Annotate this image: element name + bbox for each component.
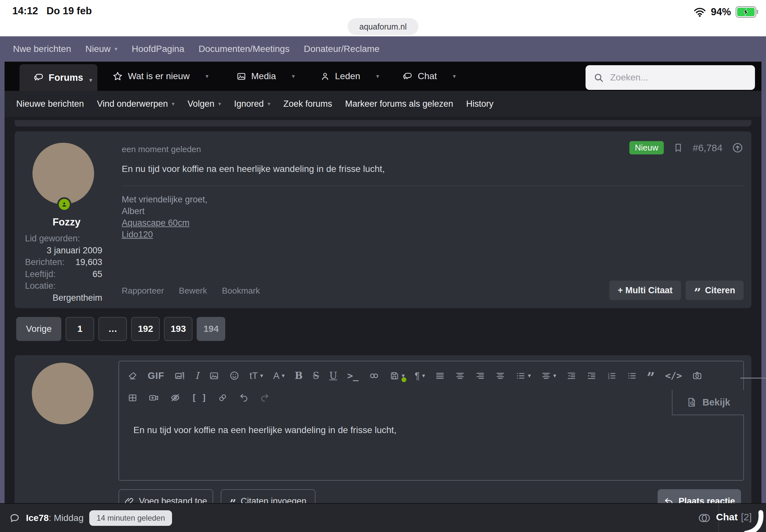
- remove-format-icon[interactable]: [128, 371, 138, 381]
- subnav-history[interactable]: History: [466, 99, 493, 109]
- tab-chat[interactable]: Chat ▾: [403, 62, 456, 91]
- italic-icon[interactable]: I: [195, 371, 199, 381]
- spoiler-icon[interactable]: [170, 392, 181, 403]
- signature-link-lido[interactable]: Lido120: [122, 230, 153, 239]
- align-justify-icon[interactable]: [435, 371, 445, 381]
- nav-donateur-reclame[interactable]: Donateur/Reclame: [304, 44, 379, 54]
- chevron-down-icon[interactable]: ▾: [376, 73, 379, 80]
- subnav-zoek-forums[interactable]: Zoek forums: [283, 99, 332, 109]
- gif-icon[interactable]: GIF: [148, 371, 164, 381]
- ordered-list-icon[interactable]: [607, 371, 617, 381]
- tab-forums[interactable]: Forums ▾: [19, 64, 97, 91]
- table-icon[interactable]: [128, 393, 138, 403]
- editor-toolbar-row-1: GIF I tT▾ A▾ B S U >_ ▾ ¶▾: [119, 365, 743, 386]
- save-draft-dropdown[interactable]: ▾: [390, 371, 405, 381]
- subnav-ignored[interactable]: Ignored▾: [234, 99, 270, 109]
- camera-icon[interactable]: [692, 370, 702, 381]
- align-right-icon[interactable]: [475, 371, 485, 381]
- pagination: Vorige 1 … 192 193 194: [16, 317, 225, 341]
- quote-block-icon[interactable]: ”: [647, 375, 655, 381]
- unlink-icon[interactable]: [215, 390, 230, 405]
- align-left-icon[interactable]: [495, 371, 505, 381]
- insert-video-icon[interactable]: [148, 393, 159, 403]
- tab-whats-new[interactable]: Wat is er nieuw ▾: [112, 62, 208, 91]
- text-size-dropdown[interactable]: tT▾: [249, 371, 263, 381]
- chat-toggle-icon[interactable]: [697, 511, 711, 525]
- undo-icon[interactable]: [238, 393, 249, 403]
- chevron-down-icon[interactable]: ▾: [292, 73, 295, 80]
- subnav-volgen[interactable]: Volgen▾: [188, 99, 221, 109]
- redo-icon[interactable]: [260, 393, 270, 403]
- post-timestamp[interactable]: een moment geleden: [122, 144, 201, 154]
- post-card: Fozzy Lid geworden: 3 januari 2009 Beric…: [15, 131, 751, 308]
- media-gallery-icon[interactable]: [174, 370, 185, 381]
- link-icon[interactable]: [369, 370, 379, 381]
- page-192-button[interactable]: 192: [131, 317, 160, 341]
- code-block-icon[interactable]: </>: [665, 371, 682, 381]
- outdent-icon[interactable]: [566, 371, 577, 381]
- quote-button[interactable]: ”Citeren: [686, 281, 744, 300]
- page-193-button[interactable]: 193: [164, 317, 192, 341]
- latest-chat-message[interactable]: Ice78: Middag 14 minuten geleden: [9, 510, 172, 526]
- signature-link-aquascape[interactable]: Aquascape 60cm: [122, 218, 189, 228]
- chevron-down-icon: ▾: [218, 101, 221, 107]
- nav-nwe-berichten[interactable]: Nwe berichten: [13, 44, 71, 54]
- subnav-markeer-gelezen[interactable]: Markeer forums als gelezen: [345, 99, 453, 109]
- list-dropdown[interactable]: ▾: [516, 371, 531, 381]
- signature-divider: [122, 186, 744, 186]
- smiley-icon[interactable]: [229, 370, 239, 381]
- edit-link[interactable]: Bewerk: [179, 286, 207, 296]
- chevron-down-icon: ▾: [528, 372, 531, 379]
- preview-button[interactable]: Bekijk: [672, 390, 744, 415]
- share-icon[interactable]: [732, 142, 744, 154]
- battery-icon: [736, 6, 756, 18]
- editor-resize-handle[interactable]: [740, 378, 766, 379]
- page-1-button[interactable]: 1: [66, 317, 94, 341]
- status-bar: 14:12 Do 19 feb aquaforum.nl 94%: [0, 0, 766, 36]
- page-prev-button[interactable]: Vorige: [16, 317, 61, 341]
- tab-members[interactable]: Leden ▾: [320, 62, 379, 91]
- chat-username: Ice78: [26, 513, 49, 523]
- bbcode-brackets-icon[interactable]: [ ]: [191, 393, 207, 403]
- post-number[interactable]: #6,784: [693, 142, 723, 153]
- chevron-down-icon[interactable]: ▾: [453, 73, 456, 80]
- charging-bolt-icon: [742, 6, 750, 18]
- multi-quote-button[interactable]: + Multi Citaat: [609, 281, 681, 300]
- subnav-vind-onderwerpen[interactable]: Vind onderwerpen▾: [97, 99, 175, 109]
- post-author-name[interactable]: Fozzy: [15, 216, 118, 228]
- avatar: [32, 363, 93, 424]
- report-link[interactable]: Rapporteer: [122, 286, 164, 296]
- paragraph-format-dropdown[interactable]: ¶▾: [415, 371, 425, 381]
- rich-text-editor[interactable]: GIF I tT▾ A▾ B S U >_ ▾ ¶▾: [118, 361, 744, 481]
- insert-image-icon[interactable]: [209, 371, 219, 381]
- unordered-list-icon[interactable]: [627, 371, 637, 381]
- indent-icon[interactable]: [587, 371, 597, 381]
- nav-nieuw[interactable]: Nieuw▾: [85, 44, 117, 54]
- url-pill[interactable]: aquaforum.nl: [347, 18, 419, 35]
- avatar[interactable]: [32, 143, 94, 204]
- strikethrough-icon[interactable]: S: [313, 371, 319, 381]
- inline-code-icon[interactable]: >_: [347, 371, 359, 381]
- font-color-dropdown[interactable]: A▾: [273, 371, 285, 381]
- search-input[interactable]: [610, 72, 747, 83]
- page-194-current[interactable]: 194: [197, 317, 225, 341]
- joined-label: Lid geworden:: [25, 233, 102, 245]
- subnav-nieuwe-berichten[interactable]: Nieuwe berichten: [16, 99, 84, 109]
- chevron-down-icon[interactable]: ▾: [89, 77, 92, 84]
- text-size-icon: tT: [249, 371, 258, 381]
- search-box[interactable]: [586, 65, 755, 90]
- alignment-dropdown[interactable]: ▾: [541, 371, 556, 381]
- bookmark-link[interactable]: Bookmark: [222, 286, 260, 296]
- tab-media[interactable]: Media ▾: [236, 62, 295, 91]
- nav-documenten-meetings[interactable]: Documenten/Meetings: [199, 44, 289, 54]
- chevron-down-icon[interactable]: ▾: [205, 73, 208, 80]
- forums-icon: [34, 72, 44, 83]
- underline-icon[interactable]: U: [329, 371, 337, 381]
- align-center-icon[interactable]: [455, 371, 465, 381]
- page-ellipsis[interactable]: …: [98, 317, 127, 341]
- editor-content[interactable]: En nu tijd voor koffie na een heerlijke …: [133, 425, 396, 435]
- bold-icon[interactable]: B: [295, 371, 303, 381]
- nav-hoofdpagina[interactable]: HoofdPagina: [132, 44, 184, 54]
- bookmark-icon[interactable]: [673, 142, 684, 153]
- chat-icon: [403, 71, 413, 81]
